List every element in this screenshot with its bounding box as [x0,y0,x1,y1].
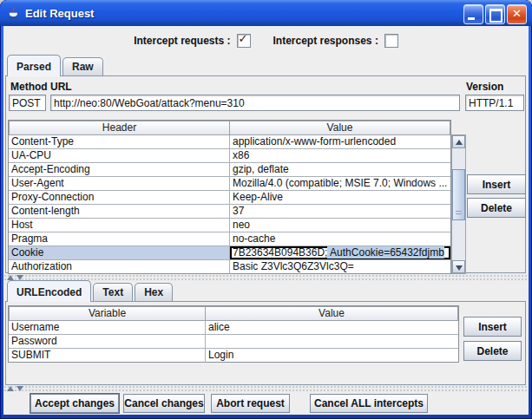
header-name-cell: Authorization [9,260,230,274]
scroll-down-icon[interactable] [452,260,465,273]
close-button[interactable]: ✕ [507,4,527,24]
headers-insert-button[interactable]: Insert [467,174,526,194]
java-app-icon [6,6,21,21]
header-value-cell: 37 [230,205,450,218]
header-name-cell: Pragma [9,232,230,246]
tab-hex[interactable]: Hex [135,283,173,301]
header-name-cell: User-Agent [9,177,230,190]
scrollbar-thumb[interactable] [452,169,465,220]
scroll-up-icon[interactable] [452,135,465,148]
method-field[interactable]: POST [9,95,46,111]
header-name-cell: Accept-Encoding [9,163,230,176]
minimize-icon [468,17,475,20]
intercept-responses-checkbox[interactable] [384,34,398,48]
maximize-button[interactable] [485,4,505,24]
header-name-cell: UA-CPU [9,149,230,162]
header-value-cell: gzip, deflate [230,163,450,176]
table-row[interactable]: Content-Type application/x-www-form-urle… [9,135,450,149]
header-name-cell: Content-Type [9,135,230,148]
split-divider-bottom[interactable] [3,385,529,392]
table-row[interactable]: Accept-Encoding gzip, deflate [9,163,450,177]
value-column-header[interactable]: Value [230,121,450,135]
table-row[interactable]: Proxy-Connection Keep-Alive [9,191,450,205]
cookie-value-prefix: 7B23634B094B36D; [233,246,327,259]
edit-request-window: Edit Request ✕ Intercept requests : Inte… [0,0,532,419]
urlencoded-params-panel: Variable Value Username alice Password S… [5,301,526,385]
header-column-header[interactable]: Header [9,121,230,135]
header-value-cell: application/x-www-form-urlencoded [230,135,450,148]
table-row[interactable]: Host neo [9,219,450,232]
tab-parsed[interactable]: Parsed [7,55,61,76]
param-name-cell: Password [9,335,206,348]
url-label: URL [50,81,72,93]
dialog-content: Intercept requests : Intercept responses… [3,26,529,415]
tab-raw[interactable]: Raw [62,57,103,75]
version-label: Version [466,81,503,93]
header-name-cell: Host [9,219,230,232]
table-row[interactable]: User-Agent Mozilla/4.0 (compatible; MSIE… [9,177,450,191]
header-name-cell: Cookie [9,246,230,259]
intercept-options: Intercept requests : Intercept responses… [3,30,529,51]
table-row[interactable]: Authorization Basic Z3Vlc3Q6Z3Vlc3Q= [9,260,450,274]
params-table: Variable Value Username alice Password S… [8,305,459,363]
request-tabbar: Parsed Raw [7,55,105,75]
url-field[interactable]: http://neo:80/WebGoat/attack?menu=310 [50,95,460,111]
maximize-icon [489,9,502,23]
minimize-button[interactable] [463,4,483,24]
param-name-cell: Username [9,321,206,334]
header-value-cell: x86 [230,149,450,162]
param-value-cell: Login [206,349,458,363]
tab-text[interactable]: Text [93,283,133,301]
cookie-value-editor[interactable]: 7B23634B094B36D; AuthCookie=65432fdjmb [230,246,450,259]
value-column-header[interactable]: Value [206,306,458,321]
headers-table: Header Value Content-Type application/x-… [8,120,451,274]
collapse-up-icon[interactable] [7,386,14,391]
header-value-cell: Keep-Alive [230,191,450,204]
version-field[interactable]: HTTP/1.1 [465,95,524,111]
headers-table-header: Header Value [9,121,450,135]
param-name-cell: SUBMIT [9,349,206,363]
parsed-request-panel: Method URL Version POST http://neo:80/We… [5,75,526,273]
header-value-cell: Basic Z3Vlc3Q6Z3Vlc3Q= [230,260,450,274]
header-name-cell: Proxy-Connection [9,191,230,204]
intercept-requests-checkbox[interactable] [237,34,251,48]
param-value-cell: alice [206,321,458,334]
table-row[interactable]: Username alice [9,321,458,335]
param-value-cell [206,335,458,348]
accept-changes-button[interactable]: Accept changes [30,394,119,413]
headers-delete-button[interactable]: Delete [467,198,526,218]
table-row[interactable]: SUBMIT Login [9,349,458,363]
table-row[interactable]: UA-CPU x86 [9,149,450,163]
intercept-responses-label: Intercept responses : [273,35,378,47]
close-icon: ✕ [508,7,526,20]
header-value-cell: no-cache [230,232,450,246]
intercept-requests-label: Intercept requests : [134,35,230,47]
table-row[interactable]: Content-length 37 [9,205,450,219]
variable-column-header[interactable]: Variable [9,306,206,321]
params-insert-button[interactable]: Insert [463,317,522,337]
table-row[interactable]: Password [9,335,458,349]
header-value-cell: neo [230,219,450,232]
cookie-value-selected-text: AuthCookie=65432fdjmb [327,246,443,259]
content-tabbar: URLEncoded Text Hex [7,280,174,301]
cancel-all-intercepts-button[interactable]: Cancel ALL intercepts [310,394,428,413]
tab-urlencoded[interactable]: URLEncoded [7,280,91,302]
window-title: Edit Request [25,7,94,20]
collapse-down-icon[interactable] [16,386,23,391]
cancel-changes-button[interactable]: Cancel changes [123,394,205,413]
title-bar[interactable]: Edit Request ✕ [0,0,532,26]
params-delete-button[interactable]: Delete [463,341,522,361]
headers-scrollbar[interactable] [451,134,466,274]
params-table-header: Variable Value [9,306,458,321]
method-label: Method [10,81,48,93]
header-name-cell: Content-length [9,205,230,218]
table-row[interactable]: Pragma no-cache [9,232,450,246]
table-row-cookie-selected[interactable]: Cookie 7B23634B094B36D; AuthCookie=65432… [9,246,450,260]
abort-request-button[interactable]: Abort request [211,394,290,413]
header-value-cell: Mozilla/4.0 (compatible; MSIE 7.0; Windo… [230,177,450,190]
